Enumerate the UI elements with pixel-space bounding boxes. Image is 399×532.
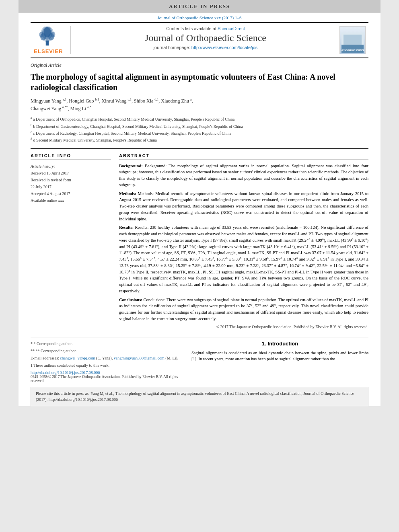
elsevier-brand: ELSEVIER (34, 48, 63, 54)
homepage-label: journal homepage: (154, 45, 190, 50)
doi-link[interactable]: http://dx.doi.org/10.1016/j.jos.2017.08.… (31, 370, 183, 375)
copyright-line: © 2017 The Japanese Orthopaedic Associat… (119, 325, 368, 329)
accepted-date: Accepted 4 August 2017 (31, 190, 111, 197)
issn-line: 0949-2658/© 2017 The Japanese Orthopaedi… (31, 375, 183, 383)
journal-logo-box: ORTHOPAEDIC SCIENCE (339, 26, 366, 54)
svg-text:ORTHOPAEDIC SCIENCE: ORTHOPAEDIC SCIENCE (341, 49, 364, 51)
footnotes-section: * * Corresponding author. ** ** Correspo… (31, 337, 368, 383)
journal-line: Journal of Orthopaedic Science xxx (2017… (19, 13, 380, 22)
svg-point-7 (51, 31, 55, 37)
homepage-url[interactable]: http://www.elsevier.com/locate/jos (191, 45, 257, 50)
article-info-col: ARTICLE INFO Article history: Received 1… (31, 153, 111, 329)
equal-contribution: 1 These authors contributed equally to t… (31, 362, 183, 368)
contents-link[interactable]: ScienceDirect (218, 26, 245, 31)
affiliation-d: d Second Military Medical University, Sh… (33, 138, 157, 143)
two-col-section: ARTICLE INFO Article history: Received 1… (31, 148, 368, 329)
journal-title: Journal of Orthopaedic Science (75, 33, 336, 43)
abstract-background: Background: Background: The morphology o… (119, 163, 368, 188)
received-date: Received 15 April 2017 (31, 170, 111, 177)
article-type-label: Original Article (31, 62, 368, 68)
svg-rect-10 (343, 35, 362, 45)
available-online: Available online xxx (31, 197, 111, 204)
abstract-col: ABSTRACT Background: Background: The mor… (119, 153, 368, 329)
abstract-conclusions: Conclusions: Conclusions: There were two… (119, 297, 368, 322)
contents-line: Contents lists available at ScienceDirec… (75, 26, 336, 31)
svg-rect-9 (341, 45, 364, 53)
svg-point-6 (39, 31, 43, 37)
journal-center: Contents lists available at ScienceDirec… (75, 26, 336, 54)
footnotes-left: * * Corresponding author. ** ** Correspo… (31, 341, 183, 383)
citation-box: Please cite this article in press as: Ya… (31, 387, 368, 406)
affiliation-b: b Department of Gastroenterology, Changh… (33, 124, 243, 129)
tree-icon (37, 27, 61, 47)
intro-header: 1. Introduction (191, 341, 368, 347)
journal-logo-svg: ORTHOPAEDIC SCIENCE (341, 33, 364, 53)
abstract-header: ABSTRACT (119, 153, 368, 160)
introduction-col: 1. Introduction Sagittal alignment is co… (191, 341, 368, 383)
affiliation-c: c Department of Radiology, Changhai Hosp… (33, 131, 231, 136)
article-history: Article history: Received 15 April 2017 … (31, 163, 111, 204)
single-star-note: * * Corresponding author. (31, 341, 183, 347)
aip-banner: ARTICLE IN PRESS (19, 0, 380, 13)
abstract-results: Results: Results: 230 healthy volunteers… (119, 224, 368, 294)
affiliation-a: a Department of Orthopedics, Changhai Ho… (33, 117, 234, 122)
citation-text: Please cite this article in press as: Ya… (36, 391, 354, 402)
intro-text: Sagittal alignment is considered as an i… (191, 350, 368, 363)
affiliations: a a Department of Orthopedics, Changhai … (31, 116, 368, 143)
article-info-header: ARTICLE INFO (31, 153, 111, 160)
page-wrapper: ARTICLE IN PRESS Journal of Orthopaedic … (19, 0, 380, 406)
revised-label: Received in revised form (31, 177, 111, 183)
authors: Mingyuan Yang a,1, Honglei Guo b,1, Xinr… (31, 97, 368, 113)
article-content: Original Article The morphology of sagit… (19, 58, 380, 337)
journal-logo-right: ORTHOPAEDIC SCIENCE (336, 26, 368, 54)
journal-line-text: Journal of Orthopaedic Science xxx (2017… (158, 15, 242, 20)
elsevier-logo: ELSEVIER (31, 26, 71, 54)
article-title: The morphology of sagittal alignment in … (31, 72, 368, 92)
journal-header: ELSEVIER Contents lists available at Sci… (31, 23, 368, 58)
revised-date: 22 July 2017 (31, 183, 111, 190)
journal-homepage: journal homepage: http://www.elsevier.co… (75, 45, 336, 50)
abstract-methods: Methods: Methods: Medical records of asy… (119, 191, 368, 222)
double-star-note: ** ** Corresponding author. (31, 348, 183, 354)
banner-text: ARTICLE IN PRESS (169, 3, 230, 9)
abstract-text: Background: Background: The morphology o… (119, 163, 368, 322)
history-label: Article history: (31, 164, 55, 168)
email-addresses: E-mail addresses: changwei_y@qq.com (C. … (31, 355, 183, 361)
contents-label: Contents lists available at (166, 26, 216, 31)
